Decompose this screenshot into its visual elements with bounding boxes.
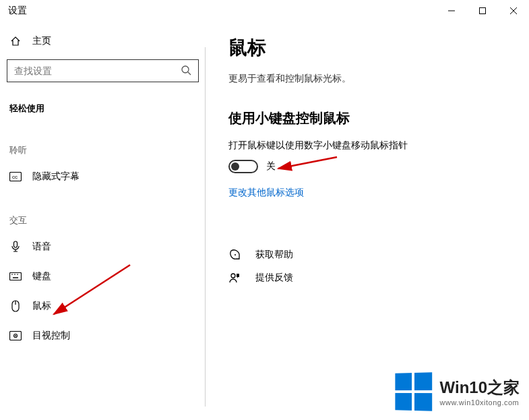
sidebar-item-closed-captions[interactable]: cc 隐藏式字幕 [0, 162, 206, 191]
other-mouse-options-link[interactable]: 更改其他鼠标选项 [228, 187, 304, 199]
svg-point-18 [15, 335, 16, 336]
watermark-url: www.win10xitong.com [440, 398, 520, 407]
svg-rect-1 [480, 8, 486, 14]
help-label: 获取帮助 [255, 249, 293, 261]
group-interact-label: 交互 [0, 210, 206, 232]
keyboard-icon [9, 272, 22, 280]
help-icon [228, 249, 242, 261]
feedback-label: 提供反馈 [255, 272, 293, 284]
window-title: 设置 [8, 5, 27, 17]
section-title: 轻松使用 [0, 96, 206, 121]
home-label: 主页 [32, 35, 51, 47]
content-panel: 鼠标 更易于查看和控制鼠标光标。 使用小键盘控制鼠标 打开鼠标键以使用数字小键盘… [206, 22, 529, 420]
page-title: 鼠标 [228, 35, 509, 61]
watermark-title: Win10之家 [440, 377, 520, 398]
home-icon [9, 36, 22, 47]
sidebar-item-mouse[interactable]: 鼠标 [0, 291, 206, 321]
watermark: Win10之家 www.win10xitong.com [394, 373, 520, 411]
close-button[interactable] [498, 0, 529, 22]
home-button[interactable]: 主页 [0, 28, 206, 54]
svg-rect-8 [14, 241, 18, 247]
mouse-icon [9, 300, 22, 312]
titlebar: 设置 [0, 0, 529, 22]
toggle-label: 打开鼠标键以使用数字小键盘移动鼠标指针 [228, 140, 509, 152]
sidebar: 主页 轻松使用 聆听 cc 隐藏式字幕 交互 语音 [0, 22, 206, 420]
minimize-button[interactable] [436, 0, 467, 22]
search-icon [181, 65, 191, 78]
sidebar-item-keyboard[interactable]: 键盘 [0, 262, 206, 291]
page-subtitle: 更易于查看和控制鼠标光标。 [228, 73, 509, 85]
search-input-container[interactable] [7, 59, 199, 82]
help-block: 获取帮助 提供反馈 [228, 243, 509, 289]
section-heading: 使用小键盘控制鼠标 [228, 109, 509, 127]
search-input[interactable] [14, 65, 176, 76]
svg-point-4 [182, 66, 189, 73]
svg-text:cc: cc [12, 174, 18, 180]
main-container: 主页 轻松使用 聆听 cc 隐藏式字幕 交互 语音 [0, 22, 529, 420]
window-controls [436, 0, 529, 22]
feedback-icon [228, 272, 242, 284]
sidebar-item-label: 鼠标 [32, 300, 51, 312]
mouse-keys-toggle[interactable] [228, 160, 258, 173]
maximize-button[interactable] [467, 0, 498, 22]
sidebar-item-label: 键盘 [32, 270, 51, 282]
svg-rect-9 [10, 273, 22, 280]
toggle-state: 关 [266, 160, 276, 173]
svg-point-20 [231, 274, 235, 278]
sidebar-item-label: 隐藏式字幕 [32, 171, 80, 183]
svg-point-19 [235, 254, 236, 256]
toggle-row: 关 [228, 160, 509, 173]
group-listen-label: 聆听 [0, 140, 206, 162]
sidebar-item-eye-control[interactable]: 目视控制 [0, 321, 206, 351]
sidebar-item-label: 目视控制 [32, 330, 70, 342]
closed-captions-icon: cc [9, 172, 22, 181]
svg-line-5 [188, 72, 191, 75]
sidebar-item-speech[interactable]: 语音 [0, 232, 206, 262]
windows-logo-icon [395, 372, 432, 411]
vertical-divider [205, 47, 206, 407]
get-help-link[interactable]: 获取帮助 [228, 243, 509, 266]
eye-control-icon [9, 331, 22, 340]
sidebar-item-label: 语音 [32, 241, 51, 253]
watermark-text: Win10之家 www.win10xitong.com [440, 377, 520, 407]
microphone-icon [9, 241, 22, 253]
feedback-link[interactable]: 提供反馈 [228, 266, 509, 289]
